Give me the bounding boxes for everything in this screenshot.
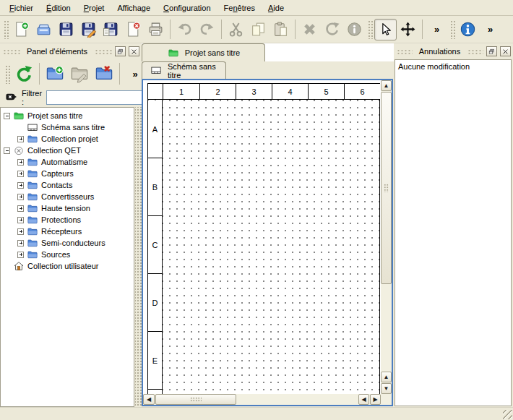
schema-icon xyxy=(27,122,38,133)
close-document-button[interactable] xyxy=(122,19,145,40)
menu-edition[interactable]: Édition xyxy=(40,1,77,14)
tree-item-collection-utilisateur[interactable]: Collection utilisateur xyxy=(1,260,134,272)
new-category-button[interactable] xyxy=(43,61,67,86)
copy-button xyxy=(247,19,270,40)
tree-item-convertisseurs[interactable]: Convertisseurs xyxy=(1,191,134,202)
tree-expander-plus[interactable] xyxy=(17,240,24,247)
new-document-button[interactable] xyxy=(10,19,33,40)
move-mode-button[interactable] xyxy=(397,19,419,40)
toolbar-overflow-button[interactable]: » xyxy=(426,19,448,40)
diagram-view: 123456 ABCDE ▲ ▲ ▼ ◀ ◀ ▶ xyxy=(142,79,393,406)
reload-collections-button[interactable] xyxy=(12,61,36,86)
scroll-up-button[interactable]: ▲ xyxy=(381,372,392,382)
dock-close-button[interactable] xyxy=(500,46,511,56)
document-new-icon xyxy=(13,21,30,38)
panel-splitter[interactable] xyxy=(135,107,142,407)
redo-button xyxy=(196,19,218,40)
vertical-scroll-thumb[interactable] xyxy=(381,92,392,284)
scroll-left-button[interactable]: ◀ xyxy=(143,394,155,405)
toolbar-handle[interactable] xyxy=(4,64,10,84)
menu-aide[interactable]: Aide xyxy=(262,1,290,14)
clear-filter-icon[interactable] xyxy=(4,91,17,104)
tree-item-projet-sans-titre[interactable]: Projet sans titre xyxy=(1,110,134,121)
delete-category-button[interactable] xyxy=(92,61,116,86)
tree-expander-plus[interactable] xyxy=(17,228,24,235)
filter-label: Filtrer : xyxy=(22,89,42,106)
tree-expander-plus[interactable] xyxy=(17,182,24,189)
save-button[interactable] xyxy=(55,19,77,40)
tree-expander-plus[interactable] xyxy=(17,252,24,258)
tree-expander-plus[interactable] xyxy=(17,194,24,200)
menubar: FichierÉditionProjetAffichageConfigurati… xyxy=(0,0,513,16)
tree-expander-minus[interactable] xyxy=(4,147,10,154)
dock-handle-texture xyxy=(2,48,20,55)
element-info-icon xyxy=(346,21,363,38)
tree-expander-plus[interactable] xyxy=(17,217,24,223)
tree-item-protections[interactable]: Protections xyxy=(1,214,134,226)
tree-item-sources[interactable]: Sources xyxy=(1,249,134,260)
tree-expander-minus[interactable] xyxy=(4,113,10,119)
scroll-down-button[interactable]: ▼ xyxy=(381,383,392,394)
tree-item-capteurs[interactable]: Capteurs xyxy=(1,168,134,179)
tree-item-semi-conducteurs[interactable]: Semi-conducteurs xyxy=(1,237,134,249)
tree-expander-plus[interactable] xyxy=(17,159,24,166)
scroll-right-button[interactable]: ▶ xyxy=(370,394,381,405)
print-button[interactable] xyxy=(145,19,167,40)
menu-projet[interactable]: Projet xyxy=(77,1,111,14)
menu-fenetres[interactable]: Fenêtres xyxy=(217,1,262,14)
cut-icon xyxy=(228,21,244,38)
vertical-scrollbar[interactable]: ▲ ▲ ▼ xyxy=(381,80,392,394)
dock-restore-icon xyxy=(117,48,124,55)
tree-item-collection-qet[interactable]: Collection QET xyxy=(1,145,134,156)
dock-close-button[interactable] xyxy=(129,46,139,56)
cursor-icon xyxy=(377,21,394,38)
select-mode-button[interactable] xyxy=(374,19,397,40)
tree-item-automatisme[interactable]: Automatisme xyxy=(1,156,134,168)
tab-project[interactable]: Projet sans titre xyxy=(142,43,265,61)
toolbar-overflow-button[interactable]: » xyxy=(479,19,501,40)
save-all-button[interactable] xyxy=(100,19,122,40)
tree-expander-plus[interactable] xyxy=(17,171,24,177)
scroll-left-icon: ◀ xyxy=(361,397,366,403)
filter-input[interactable] xyxy=(46,90,155,105)
open-document-button[interactable] xyxy=(33,19,55,40)
toolbar-handle[interactable] xyxy=(367,20,373,39)
dock-float-button[interactable] xyxy=(115,46,126,56)
tree-item-recepteurs[interactable]: Récepteurs xyxy=(1,226,134,237)
filter-row: Filtrer : xyxy=(0,88,142,107)
tree-expander-plus[interactable] xyxy=(17,136,24,142)
tree-expander-plus[interactable] xyxy=(17,205,24,212)
frame-row-label: B xyxy=(148,158,162,216)
diagram-border-frame: 123456 ABCDE xyxy=(147,83,380,394)
save-as-button[interactable] xyxy=(77,19,100,40)
tree-item-label: Récepteurs xyxy=(41,227,82,236)
tab-schema[interactable]: Schéma sans titre xyxy=(142,61,226,79)
tree-item-label: Automatisme xyxy=(41,158,87,166)
dock-float-button[interactable] xyxy=(486,46,497,56)
menu-configuration[interactable]: Configuration xyxy=(157,1,217,14)
delete-icon xyxy=(301,21,318,38)
tree-item-contacts[interactable]: Contacts xyxy=(1,179,134,191)
menu-affichage[interactable]: Affichage xyxy=(111,1,157,14)
tree-item-schema-sans-titre[interactable]: Schéma sans titre xyxy=(1,121,134,133)
resize-grip[interactable] xyxy=(503,410,512,419)
horizontal-scrollbar[interactable]: ◀ ◀ ▶ xyxy=(143,394,381,405)
scrollbar-corner xyxy=(381,394,392,405)
tree-item-collection-projet[interactable]: Collection projet xyxy=(1,133,134,145)
diagram-canvas[interactable]: 123456 ABCDE xyxy=(143,80,381,394)
undo-dock-titlebar[interactable]: Annulations xyxy=(394,43,513,59)
undo-history-entry[interactable]: Aucune modification xyxy=(395,60,511,73)
diagram-info-button[interactable] xyxy=(457,19,479,40)
toolbar-handle[interactable] xyxy=(449,20,455,39)
toolbar-handle[interactable] xyxy=(3,20,9,39)
scroll-up-button[interactable]: ▲ xyxy=(381,80,392,91)
scroll-left-button[interactable]: ◀ xyxy=(358,394,369,405)
tree-item-haute-tension[interactable]: Haute tension xyxy=(1,202,134,214)
frame-column-header: 3 xyxy=(236,84,272,99)
elements-panel-titlebar[interactable]: Panel d'éléments xyxy=(0,43,142,59)
dock-close-icon xyxy=(502,48,509,55)
menu-fichier[interactable]: Fichier xyxy=(3,1,40,14)
tree-item-label: Capteurs xyxy=(41,169,74,178)
tree-item-label: Haute tension xyxy=(41,204,90,213)
horizontal-scroll-thumb[interactable] xyxy=(155,394,236,405)
